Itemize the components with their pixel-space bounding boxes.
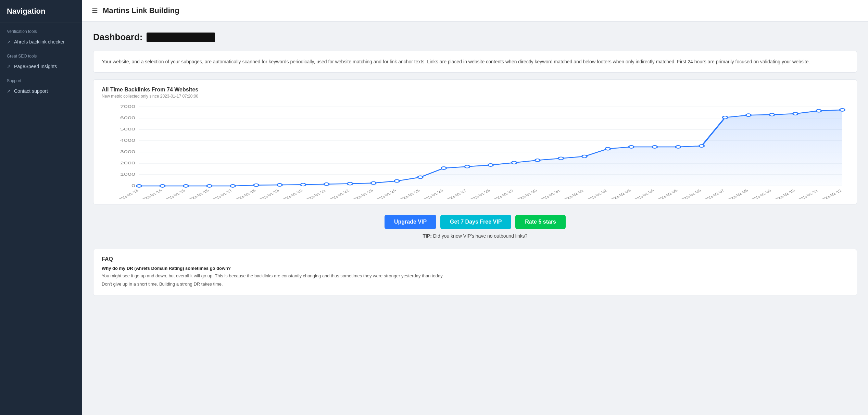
svg-point-44 <box>793 112 798 115</box>
svg-text:2023-01-29: 2023-01-29 <box>490 189 515 200</box>
svg-text:6000: 6000 <box>120 116 135 120</box>
svg-text:2023-01-14: 2023-01-14 <box>139 189 163 200</box>
svg-text:2023-02-08: 2023-02-08 <box>725 189 749 200</box>
chart-subtitle: New metric collected only since 2023-01-… <box>102 94 848 99</box>
svg-text:2023-01-21: 2023-01-21 <box>303 189 327 200</box>
svg-point-38 <box>652 146 657 148</box>
backlinks-chart: 0 1000 2000 3000 4000 5000 6000 7000 <box>102 103 848 199</box>
svg-point-25 <box>348 183 353 185</box>
svg-text:2023-01-15: 2023-01-15 <box>162 189 187 200</box>
svg-text:2023-01-16: 2023-01-16 <box>186 189 210 200</box>
svg-point-32 <box>512 161 517 164</box>
svg-text:2023-02-06: 2023-02-06 <box>678 189 702 200</box>
svg-text:2023-02-12: 2023-02-12 <box>818 189 843 200</box>
sidebar-section-label-support: Support <box>0 72 82 85</box>
svg-text:2023-01-22: 2023-01-22 <box>326 189 351 200</box>
svg-text:2023-01-30: 2023-01-30 <box>514 189 538 200</box>
svg-point-21 <box>254 184 259 187</box>
svg-text:2023-01-25: 2023-01-25 <box>397 189 421 200</box>
sidebar-section-label-verification: Verification tools <box>0 23 82 36</box>
svg-text:2023-02-09: 2023-02-09 <box>748 189 773 200</box>
upgrade-vip-button[interactable]: Upgrade VIP <box>385 215 436 229</box>
sidebar: Navigation Verification tools ↗ Ahrefs b… <box>0 0 82 415</box>
svg-text:2023-01-27: 2023-01-27 <box>443 189 468 200</box>
sidebar-section-verification: Verification tools ↗ Ahrefs backlink che… <box>0 23 82 48</box>
svg-text:2023-01-13: 2023-01-13 <box>115 189 140 200</box>
svg-text:2023-01-23: 2023-01-23 <box>350 189 374 200</box>
sidebar-item-ahrefs-backlink-checker[interactable]: ↗ Ahrefs backlink checker <box>0 36 82 48</box>
svg-text:2023-01-18: 2023-01-18 <box>232 189 257 200</box>
chart-card: All Time Backlinks From 74 Websites New … <box>93 79 857 204</box>
svg-point-18 <box>184 185 189 187</box>
svg-text:2023-02-10: 2023-02-10 <box>771 189 796 200</box>
svg-point-42 <box>746 114 751 117</box>
topbar: ☰ Martins Link Building <box>82 0 868 22</box>
svg-text:2023-02-07: 2023-02-07 <box>701 189 726 200</box>
svg-text:2023-01-24: 2023-01-24 <box>373 189 398 200</box>
external-link-icon-support: ↗ <box>7 89 11 94</box>
svg-text:2023-01-26: 2023-01-26 <box>420 189 444 200</box>
hamburger-menu-icon[interactable]: ☰ <box>92 7 98 15</box>
svg-point-46 <box>840 109 845 111</box>
svg-text:2023-02-02: 2023-02-02 <box>584 189 609 200</box>
sidebar-item-label-pagespeed: PageSpeed Insights <box>14 64 57 69</box>
chart-area: 0 1000 2000 3000 4000 5000 6000 7000 <box>102 103 848 199</box>
svg-point-16 <box>137 185 142 187</box>
svg-point-24 <box>324 183 329 186</box>
page-content: Dashboard: Your website, and a selection… <box>82 22 868 306</box>
svg-point-31 <box>488 164 493 166</box>
svg-text:2023-02-01: 2023-02-01 <box>561 189 585 200</box>
info-text: Your website, and a selection of your su… <box>102 59 810 64</box>
svg-point-17 <box>160 185 165 187</box>
svg-text:2023-01-19: 2023-01-19 <box>256 189 280 200</box>
svg-point-22 <box>277 184 282 186</box>
svg-point-26 <box>371 182 376 185</box>
svg-text:4000: 4000 <box>120 138 135 142</box>
sidebar-section-support: Support ↗ Contact support <box>0 72 82 97</box>
main-content: ☰ Martins Link Building Dashboard: Your … <box>82 0 868 415</box>
get-free-vip-button[interactable]: Get 7 Days Free VIP <box>440 215 511 229</box>
svg-text:2000: 2000 <box>120 161 135 165</box>
svg-text:2023-01-28: 2023-01-28 <box>467 189 491 200</box>
chart-title: All Time Backlinks From 74 Websites <box>102 87 848 93</box>
svg-point-36 <box>605 148 611 150</box>
faq-card: FAQ Why do my DR (Ahrefs Domain Rating) … <box>93 249 857 296</box>
svg-text:2023-02-11: 2023-02-11 <box>795 189 820 200</box>
svg-point-35 <box>582 155 587 158</box>
svg-point-33 <box>535 159 540 162</box>
svg-text:7000: 7000 <box>120 104 135 109</box>
dashboard-heading: Dashboard: <box>93 32 857 42</box>
faq-answer-1b: Don't give up in a short time. Building … <box>102 281 848 288</box>
svg-text:1000: 1000 <box>120 172 135 176</box>
svg-text:2023-01-31: 2023-01-31 <box>537 189 562 200</box>
cta-area: Upgrade VIP Get 7 Days Free VIP Rate 5 s… <box>93 211 857 242</box>
dashboard-redacted-value <box>147 33 215 42</box>
svg-point-43 <box>769 113 775 116</box>
sidebar-item-label-support: Contact support <box>14 88 48 94</box>
tip-text: TIP: Did you know VIP's have no outbound… <box>423 233 527 239</box>
svg-point-29 <box>441 167 446 169</box>
svg-text:3000: 3000 <box>120 150 135 154</box>
svg-text:2023-02-05: 2023-02-05 <box>654 189 679 200</box>
topbar-title: Martins Link Building <box>103 6 179 15</box>
svg-text:2023-01-17: 2023-01-17 <box>209 189 234 200</box>
sidebar-item-contact-support[interactable]: ↗ Contact support <box>0 85 82 97</box>
rate-stars-button[interactable]: Rate 5 stars <box>515 215 566 229</box>
svg-text:5000: 5000 <box>120 127 135 131</box>
svg-text:2023-01-20: 2023-01-20 <box>279 189 304 200</box>
svg-point-34 <box>558 157 564 160</box>
svg-point-27 <box>394 180 400 183</box>
sidebar-item-pagespeed-insights[interactable]: ↗ PageSpeed Insights <box>0 61 82 72</box>
cta-buttons: Upgrade VIP Get 7 Days Free VIP Rate 5 s… <box>385 215 566 229</box>
svg-text:2023-02-04: 2023-02-04 <box>631 189 656 200</box>
external-link-icon: ↗ <box>7 39 11 45</box>
svg-point-39 <box>676 146 681 148</box>
tip-content: Did you know VIP's have no outbound link… <box>433 233 528 239</box>
svg-point-20 <box>230 185 236 187</box>
tip-label: TIP: <box>423 233 431 239</box>
svg-point-30 <box>465 165 470 168</box>
faq-question-1: Why do my DR (Ahrefs Domain Rating) some… <box>102 266 848 271</box>
sidebar-section-label-seo: Great SEO tools <box>0 48 82 61</box>
svg-point-40 <box>699 145 704 148</box>
svg-point-19 <box>207 185 212 187</box>
